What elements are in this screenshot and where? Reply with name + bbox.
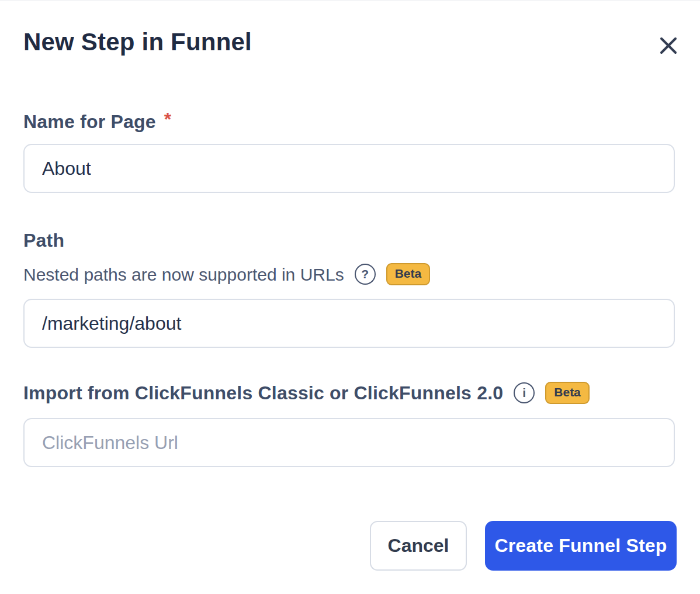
path-beta-badge: Beta bbox=[386, 263, 431, 285]
path-label: Path bbox=[23, 230, 64, 251]
modal-title: New Step in Funnel bbox=[23, 28, 252, 56]
required-asterisk: * bbox=[164, 109, 171, 129]
name-label: Name for Page bbox=[23, 110, 156, 133]
path-label-row: Path bbox=[23, 229, 677, 251]
close-icon bbox=[659, 48, 678, 57]
clickfunnels-url-input[interactable] bbox=[23, 418, 675, 467]
path-input[interactable] bbox=[23, 299, 675, 348]
path-helper-text: Nested paths are now supported in URLs bbox=[23, 264, 344, 285]
import-label: Import from ClickFunnels Classic or Clic… bbox=[23, 382, 503, 404]
close-button[interactable] bbox=[654, 32, 682, 60]
modal-header: New Step in Funnel bbox=[23, 1, 677, 60]
create-funnel-step-button[interactable]: Create Funnel Step bbox=[485, 521, 677, 571]
import-beta-badge: Beta bbox=[545, 382, 590, 404]
info-icon[interactable]: i bbox=[514, 382, 535, 403]
import-label-row: Import from ClickFunnels Classic or Clic… bbox=[23, 382, 677, 404]
modal-footer: Cancel Create Funnel Step bbox=[23, 521, 677, 571]
help-question-icon[interactable]: ? bbox=[355, 264, 376, 285]
new-step-in-funnel-modal: New Step in Funnel Name for Page * Path … bbox=[0, 1, 700, 594]
name-input[interactable] bbox=[23, 144, 675, 193]
path-helper-row: Nested paths are now supported in URLs ?… bbox=[23, 263, 677, 285]
cancel-button[interactable]: Cancel bbox=[370, 521, 467, 571]
name-label-row: Name for Page * bbox=[23, 110, 677, 133]
